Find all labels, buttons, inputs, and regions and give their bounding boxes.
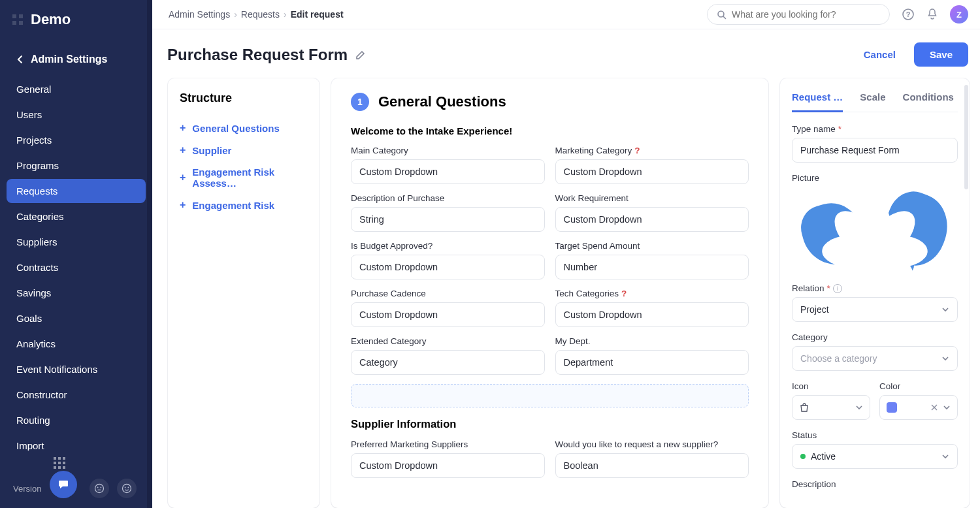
logo[interactable]: Demo: [0, 0, 152, 39]
sidebar-item-requests[interactable]: Requests: [7, 179, 146, 203]
sidebar-item-event-notifications[interactable]: Event Notifications: [7, 357, 146, 381]
sidebar-item-users[interactable]: Users: [7, 103, 146, 127]
relation-select[interactable]: Project: [792, 297, 958, 322]
sidebar-item-categories[interactable]: Categories: [7, 204, 146, 229]
section-badge: 1: [351, 93, 369, 111]
clear-icon[interactable]: [931, 404, 938, 411]
sidebar-item-import[interactable]: Import: [7, 434, 146, 451]
field-value[interactable]: Department: [555, 350, 749, 375]
sidebar-item-contracts[interactable]: Contracts: [7, 255, 146, 279]
tab-conditions[interactable]: Conditions: [903, 87, 954, 112]
breadcrumb-current: Edit request: [291, 9, 344, 20]
svg-point-6: [101, 487, 102, 488]
form-field[interactable]: Extended CategoryCategory: [351, 336, 545, 375]
emoji-smile-icon[interactable]: [117, 479, 137, 498]
sidebar-nav: GeneralUsersProjectsProgramsRequestsCate…: [0, 72, 152, 451]
sidebar-item-constructor[interactable]: Constructor: [7, 383, 146, 407]
icon-label: Icon: [792, 381, 809, 391]
field-value[interactable]: Category: [351, 350, 545, 375]
chevron-left-icon: [16, 55, 23, 64]
form-field[interactable]: Description of PurchaseString: [351, 193, 545, 232]
scrollbar[interactable]: [964, 85, 968, 189]
field-value[interactable]: String: [351, 207, 545, 232]
help-icon[interactable]: ?: [902, 8, 915, 21]
sidebar-item-programs[interactable]: Programs: [7, 153, 146, 178]
structure-item[interactable]: +Engagement Risk: [180, 194, 308, 216]
field-label-text: Preferred Marketing Suppliers: [351, 439, 468, 449]
sidebar-item-suppliers[interactable]: Suppliers: [7, 230, 146, 254]
svg-rect-1: [19, 14, 23, 18]
form-field[interactable]: Main CategoryCustom Dropdown: [351, 146, 545, 184]
chevron-down-icon: [855, 405, 863, 410]
search-box[interactable]: [707, 4, 890, 25]
cancel-button[interactable]: Cancel: [852, 42, 907, 67]
field-value[interactable]: Custom Dropdown: [351, 302, 545, 327]
form-field[interactable]: Would you like to request a new supplier…: [555, 439, 749, 478]
search-input[interactable]: [732, 9, 880, 20]
field-dropzone[interactable]: [351, 384, 749, 407]
page-title: Purchase Request Form: [167, 46, 348, 64]
body: Structure +General Questions+Supplier+En…: [152, 72, 980, 508]
icon-select[interactable]: [792, 395, 870, 420]
form-field[interactable]: Purchase CadenceCustom Dropdown: [351, 289, 545, 327]
chat-icon[interactable]: [50, 471, 77, 498]
tab-request-[interactable]: Request …: [792, 87, 843, 112]
form-field[interactable]: Preferred Marketing SuppliersCustom Drop…: [351, 439, 545, 478]
form-field[interactable]: My Dept.Department: [555, 336, 749, 375]
save-button[interactable]: Save: [914, 42, 968, 67]
field-value[interactable]: Custom Dropdown: [351, 453, 545, 478]
form-field[interactable]: Marketing Category?Custom Dropdown: [555, 146, 749, 184]
field-value[interactable]: Custom Dropdown: [555, 302, 749, 327]
breadcrumb-admin[interactable]: Admin Settings: [169, 9, 230, 20]
picture-preview[interactable]: [792, 187, 958, 273]
bell-icon[interactable]: [926, 8, 938, 21]
field-label-text: Purchase Cadence: [351, 289, 426, 298]
logo-icon: [11, 13, 24, 26]
back-to-admin[interactable]: Admin Settings: [0, 46, 152, 72]
svg-text:?: ?: [906, 10, 911, 18]
tab-scale[interactable]: Scale: [860, 87, 885, 112]
form-field[interactable]: Target Spend AmountNumber: [555, 241, 749, 279]
field-value[interactable]: Number: [555, 255, 749, 279]
chevron-down-icon: [941, 454, 949, 459]
sidebar-item-goals[interactable]: Goals: [7, 306, 146, 330]
form-field[interactable]: Tech Categories?Custom Dropdown: [555, 289, 749, 327]
field-value[interactable]: Custom Dropdown: [555, 159, 749, 184]
logo-text: Demo: [31, 11, 71, 28]
version-label: Version: [13, 484, 41, 494]
form-field[interactable]: Is Budget Approved?Custom Dropdown: [351, 241, 545, 279]
status-select[interactable]: Active: [792, 444, 958, 469]
sidebar-item-analytics[interactable]: Analytics: [7, 332, 146, 356]
field-value[interactable]: Custom Dropdown: [351, 159, 545, 184]
avatar[interactable]: Z: [950, 5, 968, 24]
sidebar-item-routing[interactable]: Routing: [7, 408, 146, 432]
description-label: Description: [792, 479, 836, 489]
sidebar-scrollbar[interactable]: [147, 0, 152, 508]
type-name-input[interactable]: Purchase Request Form: [792, 138, 958, 163]
field-value[interactable]: Boolean: [555, 453, 749, 478]
emoji-neutral-icon[interactable]: [90, 479, 109, 498]
sidebar-item-projects[interactable]: Projects: [7, 128, 146, 152]
apps-grid-icon[interactable]: [54, 457, 65, 469]
form-field[interactable]: Work RequirementCustom Dropdown: [555, 193, 749, 232]
structure-item[interactable]: +Engagement Risk Assess…: [180, 161, 308, 194]
edit-icon[interactable]: [355, 50, 366, 60]
category-select[interactable]: Choose a category: [792, 346, 958, 371]
breadcrumb-requests[interactable]: Requests: [241, 9, 280, 20]
field-value[interactable]: Custom Dropdown: [351, 255, 545, 279]
svg-rect-0: [12, 14, 16, 18]
sidebar-item-general[interactable]: General: [7, 77, 146, 101]
color-select[interactable]: [879, 395, 958, 420]
field-label-text: Description of Purchase: [351, 193, 444, 203]
svg-line-11: [723, 16, 725, 18]
sidebar-item-savings[interactable]: Savings: [7, 281, 146, 305]
help-icon[interactable]: ?: [634, 146, 640, 155]
structure-item[interactable]: +General Questions: [180, 117, 308, 139]
structure-item[interactable]: +Supplier: [180, 139, 308, 161]
field-value[interactable]: Custom Dropdown: [555, 207, 749, 232]
properties-tabs: Request …ScaleConditions: [792, 87, 958, 112]
category-label: Category: [792, 332, 828, 342]
plus-icon: +: [180, 122, 186, 134]
help-icon[interactable]: ?: [621, 289, 627, 298]
info-icon[interactable]: i: [833, 284, 842, 293]
